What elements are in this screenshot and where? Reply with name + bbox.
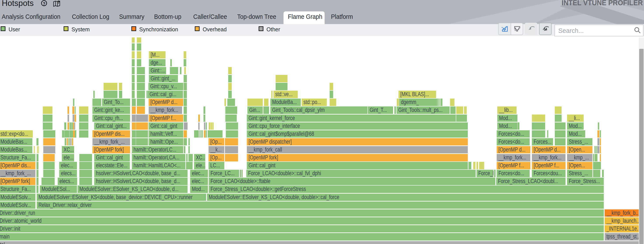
svg-text:?: ? [57,0,60,5]
